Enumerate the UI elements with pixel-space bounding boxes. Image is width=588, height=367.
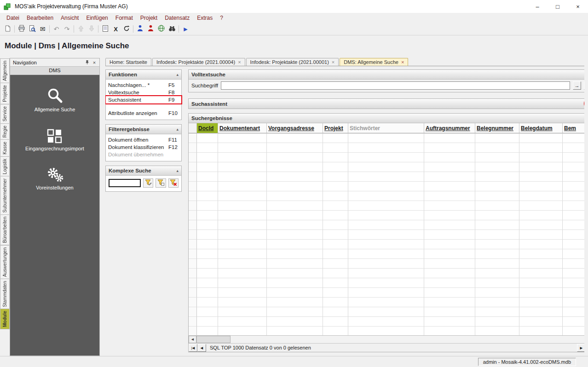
table-cell[interactable]	[563, 162, 584, 172]
close-tab-icon[interactable]: ×	[332, 59, 334, 65]
filterergebnisse-header[interactable]: Filterergebnisse ▴	[106, 125, 181, 134]
table-cell[interactable]	[519, 172, 563, 182]
table-cell[interactable]	[267, 182, 323, 191]
suchassistent-header[interactable]: Suchassistent ↕	[189, 99, 584, 109]
print-preview-button[interactable]	[27, 24, 37, 34]
column-header-belegdatum[interactable]: Belegdatum	[519, 123, 563, 133]
side-tab-logistik[interactable]: Logistik	[0, 156, 10, 177]
row-selector-cell[interactable]	[189, 249, 197, 259]
table-cell[interactable]	[267, 220, 323, 230]
table-cell[interactable]	[348, 153, 424, 162]
table-cell[interactable]	[267, 143, 323, 153]
side-tab-subunternehmer[interactable]: Subunternehmer	[0, 176, 10, 215]
table-cell[interactable]	[563, 269, 584, 278]
table-cell[interactable]	[197, 327, 218, 335]
table-cell[interactable]	[348, 307, 424, 317]
table-cell[interactable]	[323, 259, 348, 269]
menu-item-extras[interactable]: Extras	[193, 13, 216, 23]
table-cell[interactable]	[424, 153, 475, 162]
first-record-button[interactable]: |◀	[189, 344, 197, 352]
table-cell[interactable]	[475, 191, 519, 201]
table-cell[interactable]	[424, 327, 475, 335]
menu-item-einfügen[interactable]: Einfügen	[82, 13, 111, 23]
table-cell[interactable]	[218, 240, 267, 249]
table-cell[interactable]	[519, 143, 563, 153]
table-cell[interactable]	[348, 269, 424, 278]
table-cell[interactable]	[267, 327, 323, 335]
scrollbar-thumb[interactable]	[196, 336, 231, 343]
scroll-left-button[interactable]: ◀	[189, 336, 196, 343]
table-cell[interactable]	[519, 269, 563, 278]
row-selector-cell[interactable]	[189, 211, 197, 220]
table-cell[interactable]	[519, 278, 563, 288]
table-cell[interactable]	[218, 201, 267, 211]
table-cell[interactable]	[323, 317, 348, 327]
table-cell[interactable]	[348, 182, 424, 191]
table-cell[interactable]	[563, 298, 584, 307]
table-cell[interactable]	[563, 143, 584, 153]
table-cell[interactable]	[197, 162, 218, 172]
table-cell[interactable]	[323, 182, 348, 191]
table-cell[interactable]	[563, 249, 584, 259]
table-cell[interactable]	[563, 211, 584, 220]
table-cell[interactable]	[323, 201, 348, 211]
table-cell[interactable]	[323, 230, 348, 240]
table-cell[interactable]	[197, 143, 218, 153]
row-selector-header[interactable]	[189, 123, 197, 133]
column-header-auftragsnummer[interactable]: Auftragsnummer	[424, 123, 475, 133]
refresh-button[interactable]	[121, 24, 132, 34]
run-button[interactable]: ▶	[180, 24, 191, 34]
table-cell[interactable]	[218, 307, 267, 317]
table-cell[interactable]	[197, 269, 218, 278]
volltextsuche-header[interactable]: Volltextsuche ▴	[189, 70, 584, 80]
table-cell[interactable]	[475, 220, 519, 230]
table-cell[interactable]	[563, 191, 584, 201]
table-cell[interactable]	[218, 230, 267, 240]
table-cell[interactable]	[563, 201, 584, 211]
table-cell[interactable]	[348, 220, 424, 230]
table-cell[interactable]	[348, 191, 424, 201]
row-selector-cell[interactable]	[189, 162, 197, 172]
table-cell[interactable]	[519, 153, 563, 162]
table-row[interactable]	[189, 172, 584, 182]
close-tab-icon[interactable]: ×	[401, 59, 404, 65]
table-row[interactable]	[189, 249, 584, 259]
table-cell[interactable]	[475, 278, 519, 288]
table-cell[interactable]	[424, 278, 475, 288]
table-row[interactable]	[189, 182, 584, 191]
column-header-dokumentenart[interactable]: Dokumentenart	[218, 123, 267, 133]
redo-button[interactable]: ↷	[62, 24, 72, 34]
table-cell[interactable]	[323, 153, 348, 162]
table-cell[interactable]	[519, 201, 563, 211]
table-cell[interactable]	[475, 298, 519, 307]
table-cell[interactable]	[267, 259, 323, 269]
collapse-icon[interactable]: ▴	[176, 72, 179, 77]
menu-item-format[interactable]: Format	[112, 13, 137, 23]
contact-red-button[interactable]	[145, 24, 156, 34]
filter-remove-button[interactable]	[168, 178, 179, 188]
report-view-button[interactable]	[100, 24, 110, 34]
table-cell[interactable]	[475, 182, 519, 191]
menu-item-ansicht[interactable]: Ansicht	[57, 13, 82, 23]
close-navigation-button[interactable]: ×	[91, 59, 98, 66]
column-header-projekt[interactable]: Projekt	[323, 123, 348, 133]
table-row[interactable]	[189, 211, 584, 220]
table-cell[interactable]	[197, 133, 218, 143]
table-cell[interactable]	[218, 133, 267, 143]
table-cell[interactable]	[424, 298, 475, 307]
table-row[interactable]	[189, 220, 584, 230]
table-cell[interactable]	[218, 278, 267, 288]
table-cell[interactable]	[267, 307, 323, 317]
table-cell[interactable]	[424, 182, 475, 191]
table-cell[interactable]	[475, 133, 519, 143]
row-selector-cell[interactable]	[189, 172, 197, 182]
search-button[interactable]	[167, 24, 177, 34]
table-cell[interactable]	[323, 288, 348, 298]
table-cell[interactable]	[424, 133, 475, 143]
table-cell[interactable]	[218, 172, 267, 182]
email-button[interactable]: ✉	[37, 24, 48, 34]
next-record-button[interactable]: ▶	[577, 344, 584, 352]
side-tab-service[interactable]: Service	[0, 104, 10, 124]
table-cell[interactable]	[197, 307, 218, 317]
table-cell[interactable]	[424, 259, 475, 269]
